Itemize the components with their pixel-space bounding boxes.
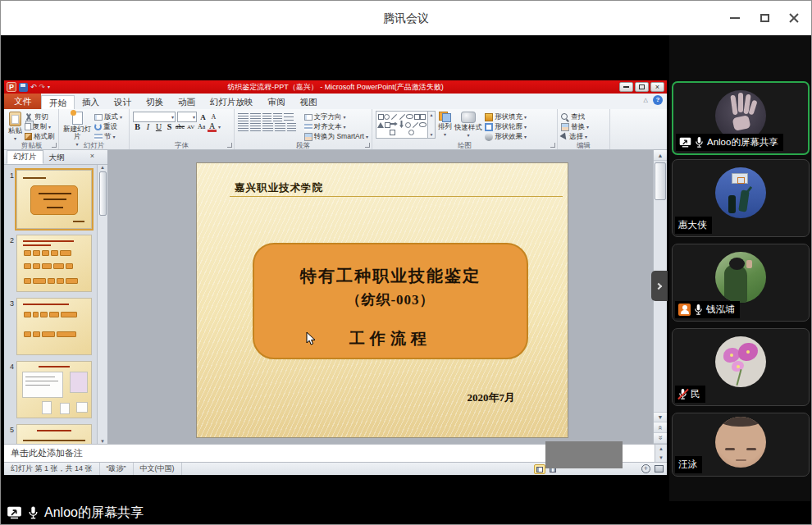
participant-tile-min[interactable]: 民 [672, 328, 810, 406]
slide-thumbnail-4[interactable]: 4 [4, 361, 107, 418]
align-text-button[interactable]: 对齐文本▾ [304, 122, 368, 131]
slide-thumbnail-3[interactable]: 3 [4, 298, 107, 355]
fit-to-window-icon[interactable] [655, 465, 664, 472]
line-spacing-icon[interactable] [284, 113, 294, 121]
save-icon[interactable] [19, 83, 28, 92]
help-icon[interactable]: ? [653, 95, 663, 105]
redo-icon[interactable]: ↷ [39, 83, 46, 91]
slide-title-box[interactable]: 特有工种职业技能鉴定 （纺织-003） 工作流程 [253, 243, 528, 359]
tab-file[interactable]: 文件 [4, 94, 41, 109]
underline-button[interactable]: U [154, 122, 163, 131]
grow-font-button[interactable]: A [198, 113, 208, 121]
tab-insert[interactable]: 插入 [75, 95, 107, 109]
replace-button[interactable]: 替换▾ [561, 122, 589, 131]
shapes-gallery[interactable]: ▲ ▼ [376, 111, 436, 139]
status-language[interactable]: 中文(中国) [134, 463, 182, 475]
shape-effects-button[interactable]: 形状效果▾ [485, 132, 527, 141]
participant-tile-wangyong[interactable]: 汪泳 [672, 413, 810, 477]
shape-fill-button[interactable]: 形状填充▾ [485, 112, 527, 121]
numbering-icon[interactable] [250, 113, 261, 121]
columns-icon[interactable] [287, 123, 296, 131]
participant-tile-anloo[interactable]: Anloo的屏幕共享 [672, 81, 810, 155]
format-painter-button[interactable]: 格式刷 [25, 132, 55, 141]
arrange-button[interactable]: 排列 ▾ [438, 111, 452, 139]
shadow-button[interactable]: S [165, 122, 174, 131]
pane-tab-slides[interactable]: 幻灯片 [7, 150, 43, 164]
pane-scrollbar[interactable]: ▲ ▼ [97, 165, 107, 444]
tab-view[interactable]: 视图 [293, 95, 325, 109]
normal-view-button[interactable] [534, 464, 545, 474]
strikethrough-button[interactable]: abc [176, 123, 185, 130]
paste-button[interactable]: 粘贴 ▾ [8, 111, 22, 143]
tab-home[interactable]: 开始 [41, 95, 75, 109]
bold-button[interactable]: B [133, 122, 142, 131]
shrink-font-button[interactable]: A [209, 113, 218, 121]
drawing-dialog-launcher[interactable] [550, 143, 555, 148]
change-case-button[interactable]: Aa [197, 123, 206, 130]
bullets-icon[interactable] [238, 113, 249, 121]
align-right-icon[interactable] [262, 123, 273, 131]
increase-indent-icon[interactable] [273, 113, 282, 121]
text-direction-icon [304, 114, 312, 121]
slide[interactable]: 嘉兴职业技术学院 特有工种职业技能鉴定 （纺织-003） 工作流程 2020年7… [196, 162, 568, 438]
clipboard-dialog-launcher[interactable] [52, 143, 57, 148]
tab-review[interactable]: 审阅 [261, 95, 293, 109]
participant-tile-huidaxia[interactable]: 惠大侠 [672, 159, 810, 237]
shape-outline-button[interactable]: 形状轮廓▾ [485, 122, 527, 131]
convert-smartart-button[interactable]: 转换为 SmartArt▾ [304, 132, 368, 141]
reset-button[interactable]: 重设 [94, 122, 122, 131]
ppt-restore-button[interactable] [635, 82, 649, 92]
tab-transitions[interactable]: 切换 [139, 95, 171, 109]
pane-close-icon[interactable]: × [90, 153, 94, 160]
character-spacing-button[interactable]: AV [186, 124, 195, 130]
font-size-combo[interactable] [177, 112, 197, 122]
slide-thumbnail-5[interactable]: 5 [4, 424, 107, 444]
scroll-up-button[interactable]: ▲ [654, 150, 667, 161]
find-button[interactable]: 查找 [561, 112, 589, 121]
text-direction-button[interactable]: 文字方向▾ [304, 112, 368, 121]
maximize-button[interactable] [754, 7, 775, 29]
close-button[interactable] [783, 7, 805, 29]
section-button[interactable]: 节▾ [94, 132, 122, 141]
thumbnail-5-art [16, 424, 92, 444]
font-color-button[interactable]: A [208, 122, 217, 132]
copy-button[interactable]: 复制▾ [25, 122, 55, 131]
cut-icon [25, 113, 33, 121]
next-slide-button[interactable]: « [654, 433, 667, 444]
ppt-minimize-button[interactable] [619, 82, 633, 92]
collapse-ribbon-icon[interactable]: △ [644, 97, 648, 103]
participant-tile-qianhongpu[interactable]: 钱泓埔 [672, 244, 810, 322]
tab-slideshow[interactable]: 幻灯片放映 [203, 95, 261, 109]
font-dialog-launcher[interactable] [227, 143, 232, 148]
layout-button[interactable]: 版式▾ [94, 112, 122, 121]
participant-label: Anloo的屏幕共享 [676, 134, 783, 151]
slide-thumbnail-2[interactable]: 2 [4, 235, 107, 292]
shapes-scroll[interactable]: ▲ ▼ [428, 111, 436, 139]
previous-slide-button[interactable]: « [654, 422, 667, 433]
notes-scrollbar[interactable]: ▲ ▼ [655, 445, 667, 462]
undo-icon[interactable]: ↶ [30, 83, 37, 91]
slide-thumbnail-1[interactable]: 1 [4, 170, 107, 229]
pane-scrollbar-thumb[interactable] [99, 171, 107, 216]
qat-customize-icon[interactable]: ▾ [48, 83, 50, 91]
powerpoint-window: P ↶ ↷ ▾ 纺织鉴定流程-PPT（嘉兴） - Microsoft Power… [4, 80, 667, 475]
scroll-down-button[interactable]: ▼ [654, 412, 667, 422]
decrease-indent-icon[interactable] [262, 113, 271, 121]
justify-icon[interactable] [275, 123, 285, 131]
tab-design[interactable]: 设计 [107, 95, 139, 109]
pane-tab-outline[interactable]: 大纲 [43, 152, 71, 164]
quick-styles-button[interactable]: 快速样式 ▾ [454, 111, 482, 139]
paragraph-dialog-launcher[interactable] [365, 143, 370, 148]
align-center-icon[interactable] [250, 123, 261, 131]
tab-animations[interactable]: 动画 [171, 95, 203, 109]
scrollbar-thumb[interactable] [655, 162, 666, 200]
ppt-close-button[interactable]: × [650, 82, 664, 92]
select-button[interactable]: 选择▾ [561, 132, 589, 141]
zoom-in-icon[interactable]: + [641, 464, 650, 473]
minimize-button[interactable] [724, 7, 746, 29]
italic-button[interactable]: I [144, 122, 153, 131]
collapse-panel-handle[interactable] [651, 271, 668, 301]
align-left-icon[interactable] [238, 123, 249, 131]
font-name-combo[interactable] [133, 112, 176, 122]
cut-button[interactable]: 剪切 [25, 112, 55, 121]
